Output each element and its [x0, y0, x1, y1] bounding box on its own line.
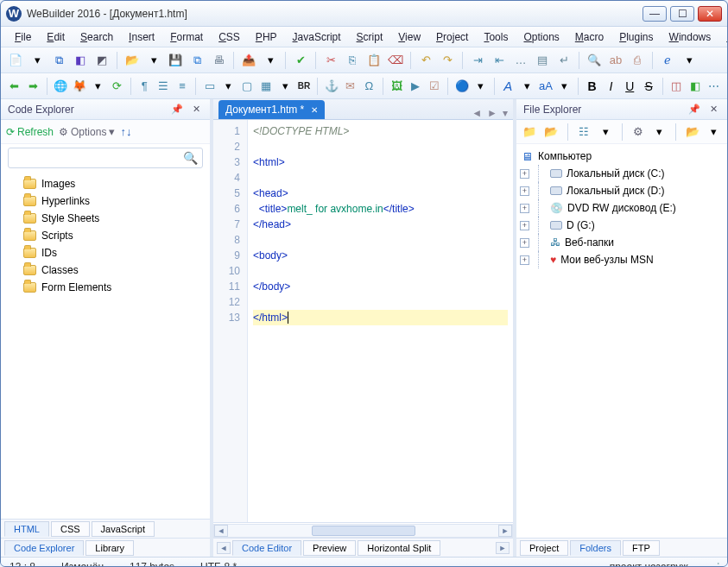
left-tab[interactable]: Library	[85, 540, 134, 556]
refresh-icon[interactable]: ⟳	[109, 77, 125, 96]
tab-close-icon[interactable]: ✕	[311, 105, 318, 115]
menu-edit[interactable]: Edit	[40, 29, 72, 45]
redo-icon[interactable]: ↷	[438, 51, 457, 70]
copy-icon[interactable]: ⎘	[343, 51, 362, 70]
upload-dropdown-icon[interactable]: ▾	[261, 51, 280, 70]
right-tab-folders[interactable]: Folders	[570, 540, 621, 556]
symbol-icon[interactable]: Ω	[361, 77, 377, 96]
collapse-icon[interactable]: ↑↓	[120, 125, 131, 138]
right-tab-ftp[interactable]: FTP	[623, 540, 660, 556]
expand-icon[interactable]: +	[520, 238, 529, 248]
new-folder-icon[interactable]: 📁	[522, 123, 538, 142]
tab-menu-icon[interactable]: ▾	[503, 107, 508, 119]
close-button[interactable]: ✕	[698, 6, 722, 22]
panel-close-icon[interactable]: ✕	[189, 103, 203, 117]
font-icon[interactable]: A	[500, 77, 516, 96]
open-icon[interactable]: 📂	[123, 51, 142, 70]
find-files-icon[interactable]: ⎙	[628, 51, 647, 70]
editor-tab[interactable]: Документ1.htm * ✕	[218, 100, 325, 119]
size-icon[interactable]: aA	[538, 77, 554, 96]
lang-tab-css[interactable]: CSS	[51, 521, 90, 537]
expand-icon[interactable]: +	[520, 221, 529, 230]
editor-tab-horizontal-split[interactable]: Horizontal Split	[358, 540, 440, 556]
new-dropdown-icon[interactable]: ▾	[28, 51, 47, 70]
span-icon[interactable]: ▢	[239, 77, 256, 96]
comment-icon[interactable]: …	[511, 51, 530, 70]
new-css-icon[interactable]: ◧	[71, 51, 90, 70]
browse-icon[interactable]: 📂	[684, 123, 700, 142]
lang-tab-javascript[interactable]: JavaScript	[92, 521, 155, 537]
preview-dropdown-icon[interactable]: ▾	[680, 51, 699, 70]
code-area[interactable]: <!DOCTYPE HTML> <html> <head> <title>mel…	[248, 120, 513, 522]
view-icon[interactable]: ☷	[576, 123, 592, 142]
color-dd-icon[interactable]: ▾	[472, 77, 489, 96]
outdent-icon[interactable]: ⇤	[490, 51, 509, 70]
menu-script[interactable]: Script	[350, 29, 390, 45]
underline-icon[interactable]: U	[622, 77, 638, 96]
class-icon[interactable]: ◧	[687, 77, 703, 96]
menu-search[interactable]: Search	[73, 29, 120, 45]
tree-item[interactable]: Scripts	[6, 227, 205, 244]
tab-next-icon[interactable]: ►	[487, 107, 497, 119]
style-icon[interactable]: ◫	[668, 77, 684, 96]
fe-root[interactable]: 🖥Компьютер	[520, 148, 724, 165]
upload-icon[interactable]: 📤	[239, 51, 258, 70]
menu-project[interactable]: Project	[429, 29, 475, 45]
fe-item[interactable]: +♥Мои веб-узлы MSN	[520, 251, 724, 268]
tree-item[interactable]: Images	[6, 175, 205, 192]
resize-grip-icon[interactable]: ⋰	[708, 560, 719, 568]
image-icon[interactable]: 🖼	[389, 77, 405, 96]
tree-item[interactable]: Style Sheets	[6, 210, 205, 227]
italic-icon[interactable]: I	[603, 77, 619, 96]
options-button[interactable]: ⚙Options ▾	[59, 125, 115, 138]
browser2-icon[interactable]: 🦊	[71, 77, 87, 96]
h-scrollbar[interactable]: ◄ ►	[213, 524, 513, 538]
undo-icon[interactable]: ↶	[416, 51, 435, 70]
search-icon[interactable]: 🔍	[183, 151, 198, 165]
arrow-right-icon[interactable]: ➡	[25, 77, 41, 96]
scroll-right-icon[interactable]: ►	[498, 525, 512, 537]
settings-dd-icon[interactable]: ▾	[651, 123, 668, 142]
fe-item[interactable]: +Локальный диск (D:)	[520, 182, 724, 199]
right-tab-project[interactable]: Project	[520, 540, 568, 556]
paste-icon[interactable]: 📋	[364, 51, 383, 70]
browser1-icon[interactable]: 🌐	[53, 77, 69, 96]
menu-css[interactable]: CSS	[212, 29, 247, 45]
pin-icon[interactable]: 📌	[170, 103, 184, 117]
media-icon[interactable]: ▶	[408, 77, 424, 96]
form-icon[interactable]: ☑	[426, 77, 442, 96]
fe-item[interactable]: +💿DVD RW дисковод (E:)	[520, 199, 724, 217]
replace-icon[interactable]: ab	[606, 51, 625, 70]
new-html-icon[interactable]: ⧉	[49, 51, 68, 70]
settings-icon[interactable]: ⚙	[630, 123, 646, 142]
left-tab[interactable]: Code Explorer	[4, 540, 84, 556]
minimize-button[interactable]: —	[643, 6, 667, 22]
fe-item[interactable]: +🖧Веб-папки	[520, 234, 724, 251]
expand-icon[interactable]: +	[520, 169, 529, 179]
pin-icon[interactable]: 📌	[687, 103, 701, 117]
scroll-thumb[interactable]	[312, 526, 415, 536]
save-icon[interactable]: 💾	[166, 51, 185, 70]
menu-help[interactable]: Help	[719, 29, 728, 45]
folder-add-icon[interactable]: 📂	[543, 123, 560, 142]
find-icon[interactable]: 🔍	[585, 51, 604, 70]
expand-icon[interactable]: +	[520, 204, 529, 213]
div-dd-icon[interactable]: ▾	[220, 77, 237, 96]
menu-macro[interactable]: Macro	[568, 29, 611, 45]
browsers-dropdown-icon[interactable]: ▾	[90, 77, 106, 96]
menu-javascript[interactable]: JavaScript	[286, 29, 348, 45]
fe-item[interactable]: +D (G:)	[520, 217, 724, 234]
expand-icon[interactable]: +	[520, 186, 529, 196]
list-icon[interactable]: ☰	[155, 77, 172, 96]
spellcheck-icon[interactable]: ✔	[291, 51, 310, 70]
view-dd-icon[interactable]: ▾	[598, 123, 614, 142]
mail-icon[interactable]: ✉	[342, 77, 358, 96]
open-dropdown-icon[interactable]: ▾	[144, 51, 163, 70]
panel-close-icon[interactable]: ✕	[706, 103, 720, 117]
table-dd-icon[interactable]: ▾	[277, 77, 294, 96]
menu-windows[interactable]: Windows	[662, 29, 719, 45]
menu-insert[interactable]: Insert	[122, 29, 161, 45]
maximize-button[interactable]: ☐	[670, 6, 694, 22]
more-icon[interactable]: ⋯	[706, 77, 722, 96]
scroll-left-icon[interactable]: ◄	[214, 525, 228, 537]
